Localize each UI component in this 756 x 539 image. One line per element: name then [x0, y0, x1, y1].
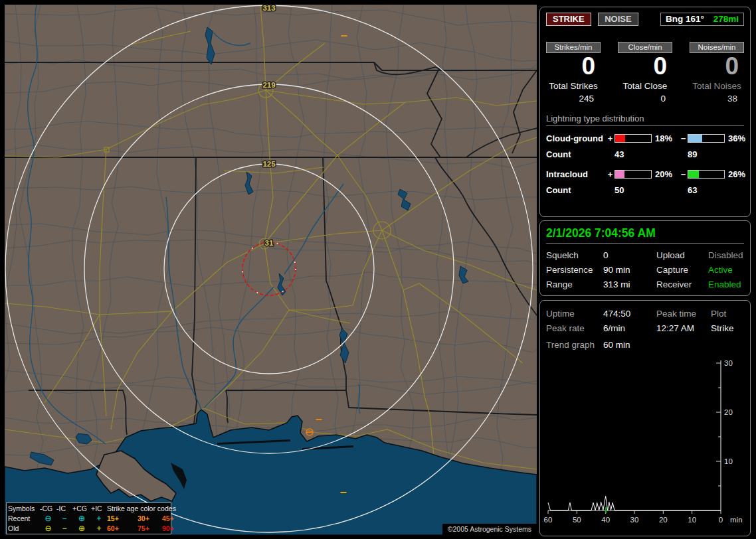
noises-per-min-button[interactable]: Noises/min — [690, 42, 744, 53]
receiver-label: Receiver — [656, 279, 708, 289]
cg-plus-bar — [614, 134, 652, 143]
ic-plus-bar — [614, 170, 652, 179]
plot-label: Plot — [711, 309, 744, 319]
minus-cg-recent-icon: ⊖ — [40, 515, 56, 522]
upload-status: Disabled — [708, 250, 744, 260]
legend-col--ic: -IC — [56, 504, 72, 512]
count-label: Count — [546, 185, 606, 195]
age-code-60: 60+ — [107, 524, 138, 532]
legend-col-+ic: +IC — [91, 504, 107, 512]
plot-value: Strike — [711, 323, 744, 333]
capture-label: Capture — [656, 265, 708, 275]
datetime-display: 2/1/2026 7:04:56 AM — [546, 226, 744, 244]
trend-graph-label: Trend graph — [546, 340, 603, 350]
lightning-map[interactable]: 313 219 125 31 Symbols -CG -IC +CG +IC S… — [5, 5, 537, 535]
age-code-75: 75+ — [138, 524, 162, 532]
legend-col--cg: -CG — [40, 504, 56, 512]
close-rate-value: 0 — [618, 53, 672, 80]
plus-cg-old-icon: ⊕ — [72, 525, 91, 532]
strikes-per-min-button[interactable]: Strikes/min — [546, 42, 601, 53]
peak-rate-label: Peak rate — [546, 323, 603, 333]
x-tick-label: 20 — [659, 516, 668, 524]
ic-minus-pct: 26% — [725, 169, 752, 179]
persistence-label: Persistence — [546, 265, 603, 275]
counters-panel: STRIKE NOISE Bng 161° 278mi Strikes/min … — [539, 7, 751, 217]
receiver-status: Enabled — [708, 279, 744, 289]
trend-line — [548, 497, 721, 511]
ic-minus-bar-fill — [688, 171, 699, 178]
upload-label: Upload — [656, 250, 708, 260]
y-tick-label: 20 — [724, 408, 733, 416]
ic-minus-count: 63 — [688, 185, 725, 195]
cg-minus-bar-fill — [688, 135, 702, 142]
minus-sign: − — [679, 169, 688, 179]
ic-plus-bar-fill — [615, 171, 624, 178]
bearing-readout: Bng 161° 278mi — [660, 13, 744, 26]
x-tick-label: 10 — [688, 516, 696, 524]
legend-symbols-header: Symbols — [8, 504, 40, 512]
strikes-rate-value: 0 — [546, 53, 601, 80]
plus-sign: + — [606, 169, 614, 179]
cloud-ground-label: Cloud-ground — [546, 133, 606, 143]
ic-plus-pct: 20% — [652, 169, 679, 179]
distance-value: 278mi — [713, 14, 739, 24]
noises-rate-value: 0 — [690, 53, 744, 80]
age-code-45: 45+ — [162, 514, 186, 522]
x-tick-label: 30 — [630, 516, 639, 524]
stats-trend-panel: Uptime 474:50 Peak time Plot Peak rate 6… — [539, 300, 751, 536]
bearing-value: Bng 161° — [666, 14, 704, 24]
total-strikes-value: 245 — [546, 94, 601, 104]
legend-col-+cg: +CG — [72, 504, 91, 512]
minus-ic-old-icon: − — [56, 525, 72, 532]
total-noises-value: 38 — [690, 94, 744, 104]
ic-minus-bar — [688, 170, 725, 179]
ring-label-31: 31 — [265, 239, 274, 247]
distribution-title: Lightning type distribution — [546, 114, 744, 126]
intracloud-label: Intracloud — [546, 169, 606, 179]
cg-minus-pct: 36% — [725, 133, 752, 143]
total-noises-label: Total Noises — [690, 81, 744, 91]
ring-label-125: 125 — [262, 160, 276, 168]
y-tick-label: 10 — [724, 457, 733, 465]
uptime-label: Uptime — [546, 309, 603, 319]
x-tick-label: 40 — [601, 516, 610, 524]
squelch-label: Squelch — [546, 250, 603, 260]
x-tick-label: 0 — [719, 516, 723, 524]
capture-status: Active — [708, 265, 744, 275]
age-code-90: 90+ — [162, 524, 186, 532]
close-per-min-button[interactable]: Close/min — [618, 42, 672, 53]
plus-ic-recent-icon: + — [91, 515, 107, 522]
strike-mode-button[interactable]: STRIKE — [546, 13, 591, 26]
cg-minus-bar — [688, 134, 725, 143]
legend-row-recent: Recent — [8, 514, 40, 522]
copyright-label: ©2005 Astrogenic Systems — [442, 524, 537, 535]
age-code-30: 30+ — [138, 514, 162, 522]
persistence-value: 90 min — [603, 265, 656, 275]
map-svg: 313 219 125 31 — [5, 5, 537, 535]
cg-plus-count: 43 — [614, 149, 652, 159]
x-tick-label: 50 — [573, 516, 581, 524]
peak-rate-value: 6/min — [603, 323, 656, 333]
squelch-value: 0 — [603, 250, 656, 260]
cg-plus-pct: 18% — [652, 133, 679, 143]
trend-window-value: 60 min — [603, 340, 656, 350]
ring-label-219: 219 — [262, 81, 275, 89]
status-panel: 2/1/2026 7:04:56 AM Squelch 0 Upload Dis… — [539, 220, 751, 296]
legend-age-title: Strike age color codes — [107, 504, 186, 512]
noise-mode-button[interactable]: NOISE — [598, 13, 638, 26]
plus-cg-recent-icon: ⊕ — [72, 515, 91, 522]
range-value: 313 mi — [603, 279, 656, 289]
minus-ic-recent-icon: − — [56, 515, 72, 522]
minus-sign: − — [679, 133, 688, 143]
plus-ic-old-icon: + — [91, 525, 107, 532]
y-tick-label: 30 — [724, 359, 733, 367]
mode-toolbar: STRIKE NOISE Bng 161° 278mi — [546, 13, 744, 26]
peak-time-label: Peak time — [656, 309, 711, 319]
total-close-label: Total Close — [618, 81, 672, 91]
count-label: Count — [546, 149, 606, 159]
stormvue-app: { "app": { "copyright": "©2005 Astrogeni… — [0, 0, 756, 539]
uptime-value: 474:50 — [603, 309, 656, 319]
total-strikes-label: Total Strikes — [546, 81, 601, 91]
strike-legend: Symbols -CG -IC +CG +IC Strike age color… — [6, 502, 171, 534]
legend-row-old: Old — [8, 524, 40, 532]
